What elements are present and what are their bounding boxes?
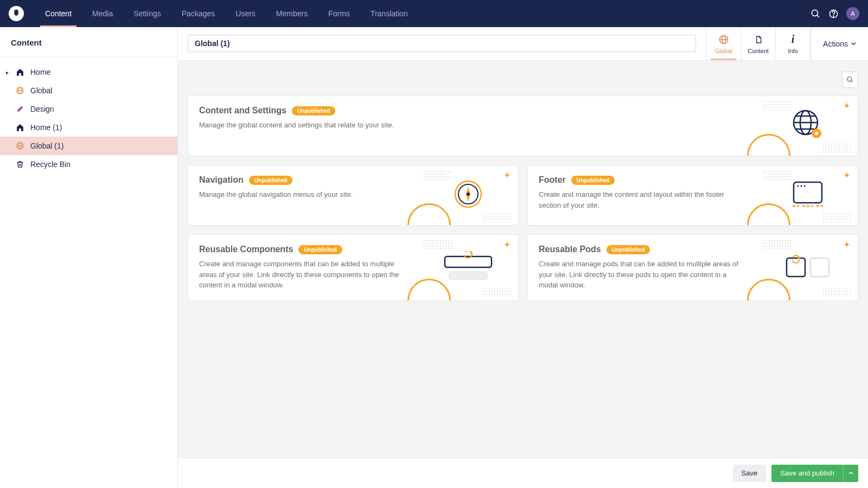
status-badge: Unpublished <box>571 176 615 185</box>
content-card[interactable]: Reusable Pods Unpublished Create and man… <box>527 234 858 301</box>
tab-global[interactable]: Global <box>706 27 741 60</box>
svg-line-14 <box>851 81 853 82</box>
tab-content[interactable]: Content <box>741 27 776 60</box>
tree-item-label: Design <box>30 105 167 113</box>
globe-icon <box>718 34 729 46</box>
tree-item-label: Home (1) <box>30 123 167 132</box>
palette-icon <box>15 104 25 114</box>
help-icon[interactable] <box>828 9 839 19</box>
editor-header: GlobalContentiInfo Actions <box>178 27 868 61</box>
card-title: Reusable Pods <box>539 245 601 254</box>
status-badge: Unpublished <box>298 245 342 254</box>
content-card[interactable]: Reusable Components Unpublished Create a… <box>188 234 519 301</box>
tree-item-label: Global <box>30 86 167 95</box>
card-title: Navigation <box>199 175 244 185</box>
svg-line-1 <box>817 15 819 17</box>
info-icon: i <box>792 34 795 46</box>
editor-footer: Save Save and publish <box>178 458 868 488</box>
home-icon <box>15 123 25 132</box>
globe-icon <box>15 141 25 151</box>
svg-point-13 <box>847 77 852 81</box>
content-area: Content and Settings Unpublished Manage … <box>178 61 868 458</box>
card-illustration: ✦ <box>418 165 518 225</box>
tab-label: Global <box>715 48 732 54</box>
globe-icon <box>15 86 25 95</box>
tree-item-label: Global (1) <box>30 142 167 150</box>
card-description: Create and manage pods that can be added… <box>539 259 747 291</box>
svg-point-3 <box>833 16 834 16</box>
card-illustration: ✦ <box>418 235 518 300</box>
card-illustration: ✦ <box>758 96 858 156</box>
topnav-item-translation[interactable]: Translation <box>360 0 418 27</box>
svg-rect-33 <box>449 272 487 279</box>
svg-point-24 <box>467 192 470 196</box>
svg-point-27 <box>801 185 802 187</box>
card-description: Create and manage components that can be… <box>199 259 407 291</box>
svg-point-26 <box>797 185 799 187</box>
tree-item-global[interactable]: Global <box>0 81 177 100</box>
tree-item-label: Recycle Bin <box>30 160 167 169</box>
app-logo[interactable] <box>9 6 24 21</box>
svg-rect-36 <box>810 258 829 277</box>
home-icon <box>15 67 25 77</box>
topnav-item-settings[interactable]: Settings <box>123 0 171 27</box>
svg-rect-35 <box>787 258 805 277</box>
save-and-publish-button[interactable]: Save and publish <box>771 465 843 482</box>
card-description: Create and manage the content and layout… <box>539 189 747 210</box>
doc-icon <box>754 34 763 46</box>
svg-point-0 <box>812 10 818 16</box>
card-title: Content and Settings <box>199 106 286 115</box>
card-description: Manage the global navigation menus of yo… <box>199 189 407 200</box>
tab-label: Content <box>748 48 769 54</box>
content-card[interactable]: Navigation Unpublished Manage the global… <box>188 165 519 226</box>
topnav-item-members[interactable]: Members <box>266 0 318 27</box>
status-badge: Unpublished <box>607 245 650 254</box>
tree-item-recycle-bin[interactable]: Recycle Bin <box>0 155 177 174</box>
content-search-button[interactable] <box>842 72 858 88</box>
status-badge: Unpublished <box>249 176 293 185</box>
topnav-item-forms[interactable]: Forms <box>318 0 360 27</box>
tree-item-global-1-[interactable]: Global (1) <box>0 137 177 155</box>
content-card[interactable]: Content and Settings Unpublished Manage … <box>188 95 858 156</box>
tree-item-home[interactable]: ▸ Home <box>0 63 177 81</box>
tree-item-label: Home <box>30 68 167 76</box>
card-illustration: ✦ <box>758 165 858 225</box>
card-title: Reusable Components <box>199 245 293 254</box>
svg-point-28 <box>804 185 806 187</box>
topnav-item-media[interactable]: Media <box>82 0 123 27</box>
tab-label: Info <box>788 48 797 54</box>
content-card[interactable]: Footer Unpublished Create and manage the… <box>527 165 858 226</box>
topnav-item-packages[interactable]: Packages <box>171 0 225 27</box>
tab-info[interactable]: iInfo <box>776 27 810 60</box>
tree-item-design[interactable]: Design <box>0 100 177 118</box>
caret-icon: ▸ <box>4 69 10 75</box>
topnav-item-users[interactable]: Users <box>225 0 266 27</box>
actions-menu[interactable]: Actions <box>810 27 868 60</box>
status-badge: Unpublished <box>292 106 336 115</box>
sidebar-header: Content <box>0 27 177 57</box>
save-button[interactable]: Save <box>733 465 767 482</box>
node-title-input[interactable] <box>188 35 696 52</box>
publish-options-dropdown[interactable] <box>843 465 858 482</box>
tree-item-home-1-[interactable]: Home (1) <box>0 118 177 137</box>
svg-point-21 <box>815 132 818 135</box>
card-illustration: ✦ <box>758 235 858 300</box>
user-avatar[interactable]: A <box>846 7 859 20</box>
card-title: Footer <box>539 175 566 185</box>
search-icon[interactable] <box>810 9 821 19</box>
topnav-item-content[interactable]: Content <box>35 0 82 27</box>
card-description: Manage the global content and settings t… <box>199 120 747 131</box>
sidebar: Content ▸ Home Global Design Home (1) Gl… <box>0 27 178 488</box>
top-navigation: ContentMediaSettingsPackagesUsersMembers… <box>0 0 868 27</box>
trash-icon <box>15 159 25 169</box>
